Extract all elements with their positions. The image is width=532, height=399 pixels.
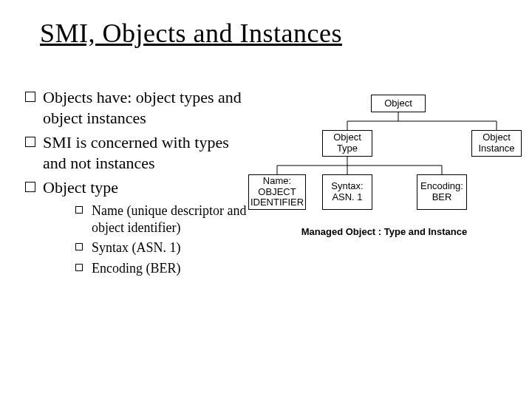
bullet-text: SMI is concerned with types and not inst…: [43, 133, 229, 172]
bullet-text: Object type: [43, 178, 118, 197]
main-bullet-list: Objects have: object types and object in…: [24, 87, 253, 277]
slide: SMI, Objects and Instances Objects have:…: [0, 0, 532, 399]
node-syntax: Syntax: ASN. 1: [322, 174, 372, 210]
bullet-text: Objects have: object types and object in…: [43, 88, 242, 127]
sub-bullet-list: Name (unique descriptor and object ident…: [75, 202, 253, 278]
bullet-text: Encoding (BER): [92, 261, 180, 276]
node-object: Object: [371, 95, 426, 112]
bullet-text: Name (unique descriptor and object ident…: [92, 203, 246, 235]
node-name: Name: OBJECT IDENTIFIER: [248, 174, 306, 210]
sub-bullet-item: Encoding (BER): [75, 260, 253, 277]
diagram-caption: Managed Object : Type and Instance: [281, 226, 488, 237]
bullet-item: Object type Name (unique descriptor and …: [24, 177, 253, 277]
hierarchy-diagram: Object Object Type Object Instance Name:…: [251, 87, 532, 279]
bullet-area: Objects have: object types and object in…: [24, 87, 253, 282]
node-object-type: Object Type: [322, 130, 372, 157]
bullet-item: SMI is concerned with types and not inst…: [24, 132, 253, 173]
sub-bullet-item: Name (unique descriptor and object ident…: [75, 202, 253, 237]
bullet-item: Objects have: object types and object in…: [24, 87, 253, 128]
node-encoding: Encoding: BER: [417, 174, 467, 210]
node-object-instance: Object Instance: [471, 130, 522, 157]
slide-title: SMI, Objects and Instances: [40, 18, 342, 49]
sub-bullet-item: Syntax (ASN. 1): [75, 239, 253, 256]
bullet-text: Syntax (ASN. 1): [92, 240, 181, 255]
